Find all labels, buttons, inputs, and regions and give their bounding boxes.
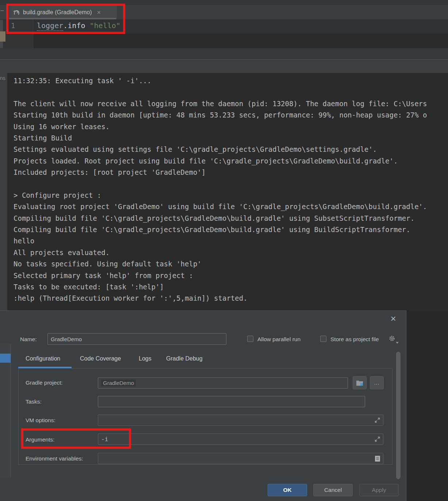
console-left-gutter xyxy=(0,73,7,311)
expand-icon[interactable] xyxy=(375,436,380,442)
gradle-project-input[interactable]: GradleDemo xyxy=(98,377,348,389)
name-label: Name: xyxy=(20,336,37,343)
tab-configuration[interactable]: Configuration xyxy=(26,355,60,362)
console-line xyxy=(14,178,448,190)
tasks-label: Tasks: xyxy=(26,398,42,405)
selected-configuration-marker xyxy=(0,354,11,363)
ok-button[interactable]: OK xyxy=(268,484,307,496)
dialog-close-icon[interactable]: × xyxy=(388,313,399,324)
console-line: 11:32:35: Executing task ' -i'... xyxy=(14,75,448,86)
environment-variables-label: Environment variables: xyxy=(26,455,83,462)
console-line: Starting 10th build in daemon [uptime: 4… xyxy=(14,109,448,121)
console-log: 11:32:35: Executing task ' -i'...The cli… xyxy=(14,75,448,304)
console-line: Compiling build file 'C:\gradle_projects… xyxy=(14,213,448,224)
console-line xyxy=(14,86,448,98)
console-line: Starting Build xyxy=(14,132,448,144)
tab-gradle-debug[interactable]: Gradle Debug xyxy=(166,355,203,362)
name-input-value: GradleDemo xyxy=(51,336,82,342)
expand-icon[interactable] xyxy=(375,417,380,423)
browse-folder-button[interactable] xyxy=(353,376,367,389)
ide-window: − build.gradle (GradleDemo) × 1 logger.i… xyxy=(0,0,448,501)
gradle-project-value: GradleDemo xyxy=(101,379,136,386)
console-line: hello xyxy=(14,235,448,247)
allow-parallel-run-checkbox[interactable] xyxy=(247,336,253,342)
console-line: The client will now receive all logging … xyxy=(14,98,448,109)
cancel-button[interactable]: Cancel xyxy=(313,484,353,496)
console-line: :help (Thread[Execution worker for ':',5… xyxy=(14,293,448,304)
vm-options-label: VM options: xyxy=(26,417,55,424)
name-input[interactable]: GradleDemo xyxy=(47,333,226,345)
tab-logs[interactable]: Logs xyxy=(139,355,152,362)
splitter-fragment: − xyxy=(0,7,4,15)
configurations-list-fragment[interactable] xyxy=(0,344,11,478)
console-line: Compiling build file 'C:\gradle_projects… xyxy=(14,224,448,235)
browse-list-icon[interactable] xyxy=(375,456,380,462)
annotation-box-editor xyxy=(6,4,125,34)
tasks-input[interactable] xyxy=(98,396,365,407)
console-line: Settings evaluated using settings file '… xyxy=(14,144,448,155)
gear-dropdown-arrow xyxy=(396,342,399,344)
dialog-scrollbar[interactable] xyxy=(396,352,401,479)
run-console[interactable]: 11:32:35: Executing task ' -i'...The cli… xyxy=(7,73,448,311)
gradle-project-label: Gradle project: xyxy=(26,379,63,386)
editor-lower-band xyxy=(0,48,448,59)
store-settings-gear-icon[interactable] xyxy=(388,335,398,343)
console-line: All projects evaluated. xyxy=(14,247,448,258)
console-line: Evaluating root project 'GradleDemo' usi… xyxy=(14,201,448,212)
scroll-marker xyxy=(0,31,5,42)
store-as-project-file-checkbox[interactable] xyxy=(320,336,326,342)
allow-parallel-run-label: Allow parallel run xyxy=(257,336,300,343)
more-options-button[interactable]: ... xyxy=(370,376,384,389)
run-configuration-dialog: × Name: GradleDemo Allow parallel run St… xyxy=(0,311,406,501)
toolwindow-label-fragment: ns xyxy=(0,75,5,81)
dialog-backdrop-right xyxy=(406,311,448,501)
tab-code-coverage[interactable]: Code Coverage xyxy=(80,355,121,362)
vm-options-input[interactable] xyxy=(98,415,383,426)
environment-variables-input[interactable] xyxy=(98,453,383,464)
annotation-box-arguments xyxy=(21,428,131,449)
console-line: Included projects: [root project 'Gradle… xyxy=(14,167,448,178)
arguments-input[interactable]: -i xyxy=(98,433,383,445)
console-line: Tasks to be executed: [task ':help'] xyxy=(14,281,448,293)
console-line: > Configure project : xyxy=(14,190,448,201)
store-as-project-file-label: Store as project file xyxy=(330,336,379,343)
console-line: Projects loaded. Root project using buil… xyxy=(14,155,448,167)
console-line: Using 16 worker leases. xyxy=(14,121,448,132)
apply-button: Apply xyxy=(359,484,399,496)
console-line: Selected primary task 'help' from projec… xyxy=(14,270,448,281)
console-line: No tasks specified. Using default task '… xyxy=(14,258,448,270)
folder-icon xyxy=(356,380,363,386)
run-toolbar-band xyxy=(0,60,448,73)
